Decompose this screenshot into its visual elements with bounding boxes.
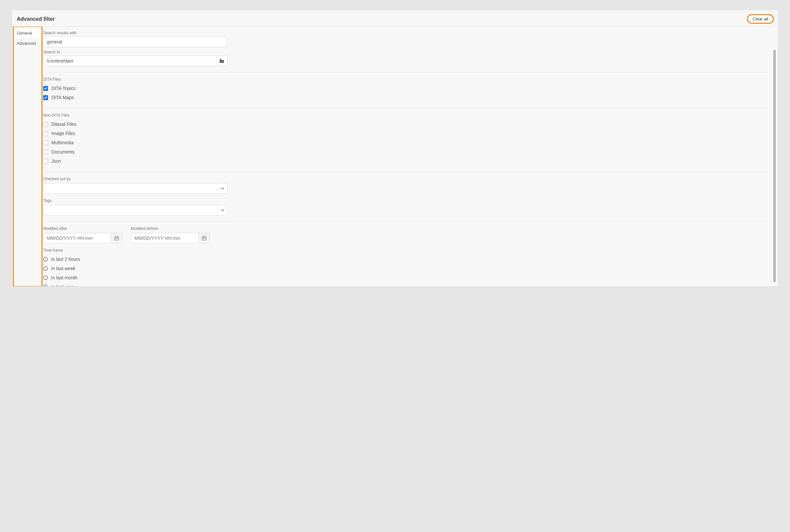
checkbox-multimedia-label: Multimedia <box>51 140 74 145</box>
checked-out-by-input[interactable] <box>43 184 217 193</box>
checkbox-dita-maps[interactable] <box>43 95 48 100</box>
checkbox-json-label: Json <box>51 158 61 164</box>
checkbox-multimedia-row: Multimedia <box>43 138 768 147</box>
tags-input[interactable] <box>43 205 217 215</box>
folder-icon[interactable] <box>216 56 228 66</box>
filter-content[interactable]: Search results with Search In DITA Files… <box>42 27 778 286</box>
panel-body: General Advanced Search results with Sea… <box>12 27 778 286</box>
filter-tabs: General Advanced <box>14 27 42 286</box>
radio-week-label: In last week <box>51 266 75 271</box>
checkbox-dita-maps-label: DITA Maps <box>51 95 74 100</box>
modified-before-label: Modified before <box>131 226 210 231</box>
clear-all-button[interactable]: Clear all <box>748 15 773 23</box>
calendar-icon[interactable] <box>111 233 122 243</box>
date-row: Modified after Modified before <box>43 226 768 243</box>
radio-week-row: In last week <box>43 264 768 273</box>
modified-after-input[interactable] <box>43 233 111 243</box>
svg-rect-5 <box>115 238 116 239</box>
timeframe-label: Time frame <box>43 248 768 253</box>
radio-year[interactable] <box>43 285 48 286</box>
checked-out-by-combo <box>43 183 228 194</box>
tags-combo <box>43 205 228 215</box>
radio-month-row: In last month <box>43 273 768 282</box>
filter-content-inner: Search results with Search In DITA Files… <box>43 31 768 286</box>
search-in-wrapper <box>43 56 228 66</box>
radio-year-row: In last year <box>43 282 768 286</box>
tags-label: Tags <box>43 198 768 203</box>
advanced-filter-panel: Advanced filter Clear all General Advanc… <box>12 10 778 287</box>
svg-rect-0 <box>220 59 221 60</box>
svg-rect-13 <box>204 238 205 239</box>
radio-month-label: In last month <box>51 275 77 280</box>
checkbox-documents-label: Documents <box>51 149 75 154</box>
modified-after-col: Modified after <box>43 226 122 243</box>
checkbox-json[interactable] <box>43 159 48 164</box>
scrollbar[interactable] <box>773 50 776 282</box>
modified-before-col: Modified before <box>131 226 210 243</box>
radio-month[interactable] <box>43 276 48 280</box>
checkbox-dita-topics-row: DITA Topics <box>43 84 768 93</box>
checkbox-documents[interactable] <box>43 150 48 154</box>
checkbox-dita-maps-row: DITA Maps <box>43 93 768 102</box>
search-results-label: Search results with <box>43 31 768 35</box>
chevron-down-icon[interactable] <box>217 205 227 215</box>
modified-before-input[interactable] <box>131 233 198 243</box>
search-in-input[interactable] <box>43 56 216 66</box>
tab-advanced[interactable]: Advanced <box>14 38 42 49</box>
radio-week[interactable] <box>43 266 48 271</box>
checkbox-ditaval[interactable] <box>43 122 48 127</box>
radio-year-label: In last year <box>51 284 73 286</box>
checkbox-json-row: Json <box>43 156 768 166</box>
calendar-icon[interactable] <box>198 233 210 243</box>
search-results-input[interactable] <box>43 37 228 47</box>
checkbox-ditaval-row: Ditaval Files <box>43 119 768 129</box>
nondita-section-title: Non-DITA Files <box>43 113 768 118</box>
search-in-label: Search In <box>43 50 768 54</box>
svg-rect-14 <box>205 238 206 239</box>
checkbox-ditaval-label: Ditaval Files <box>51 121 76 127</box>
checkbox-image[interactable] <box>43 131 48 136</box>
svg-rect-12 <box>203 238 204 239</box>
modified-before-wrap <box>131 233 210 243</box>
checked-out-by-label: Checked out by <box>43 176 768 181</box>
checkbox-multimedia[interactable] <box>43 140 48 145</box>
panel-title: Advanced filter <box>17 16 55 22</box>
checkbox-dita-topics-label: DITA Topics <box>51 86 75 91</box>
svg-rect-6 <box>116 238 117 239</box>
checkbox-dita-topics[interactable] <box>43 86 48 91</box>
chevron-down-icon[interactable] <box>217 184 227 193</box>
modified-after-label: Modified after <box>43 226 122 231</box>
radio-2hours-label: In last 2 hours <box>51 256 80 262</box>
radio-2hours[interactable] <box>43 257 48 262</box>
checkbox-image-label: Image Files <box>51 131 75 136</box>
panel-header: Advanced filter Clear all <box>12 10 778 27</box>
dita-section-title: DITA Files <box>43 77 768 82</box>
checkbox-image-row: Image Files <box>43 129 768 138</box>
tab-general[interactable]: General <box>14 28 42 38</box>
modified-after-wrap <box>43 233 122 243</box>
checkbox-documents-row: Documents <box>43 147 768 156</box>
radio-2hours-row: In last 2 hours <box>43 255 768 264</box>
svg-rect-7 <box>117 238 118 239</box>
